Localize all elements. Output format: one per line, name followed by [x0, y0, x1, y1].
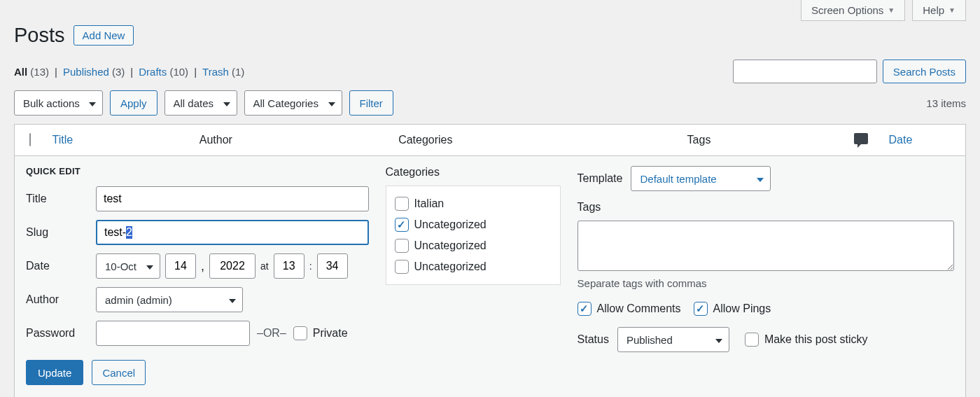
month-select[interactable]: 10-Oct — [96, 253, 160, 279]
column-categories: Categories — [391, 125, 680, 156]
password-label: Password — [26, 327, 96, 340]
author-label: Author — [26, 293, 96, 306]
private-label: Private — [313, 327, 348, 340]
sticky-checkbox[interactable] — [745, 333, 759, 347]
screen-options-label: Screen Options — [811, 4, 883, 16]
status-drafts[interactable]: Drafts (10) — [139, 66, 188, 78]
tags-hint: Separate tags with commas — [578, 277, 954, 289]
chevron-down-icon: ▼ — [888, 6, 895, 14]
categories-label: Categories — [386, 166, 561, 179]
select-all-checkbox[interactable] — [29, 133, 31, 146]
title-input[interactable] — [96, 186, 369, 211]
page-title: Posts — [14, 24, 65, 47]
hour-input[interactable] — [274, 253, 304, 279]
date-label: Date — [26, 260, 96, 272]
help-label: Help — [923, 4, 944, 16]
add-new-button[interactable]: Add New — [74, 25, 134, 46]
apply-button[interactable]: Apply — [110, 90, 158, 116]
status-all[interactable]: All (13) — [14, 66, 49, 78]
tags-input[interactable] — [578, 221, 954, 271]
title-label: Title — [26, 193, 96, 205]
private-checkbox[interactable] — [293, 326, 307, 340]
category-item: Italian — [395, 193, 552, 214]
quick-edit-legend: QUICK EDIT — [26, 166, 369, 176]
allow-comments-checkbox[interactable] — [578, 302, 592, 316]
allow-pings-checkbox[interactable] — [694, 302, 708, 316]
tags-label: Tags — [578, 201, 954, 214]
category-checkbox[interactable] — [395, 197, 409, 211]
column-title[interactable]: Title — [46, 125, 192, 156]
bulk-actions-select[interactable]: Bulk actions — [14, 90, 103, 116]
categories-box: Italian Uncategorized Uncategorized — [386, 186, 561, 285]
template-select[interactable]: Default template — [631, 166, 771, 191]
category-checkbox[interactable] — [395, 218, 409, 232]
column-author: Author — [192, 125, 391, 156]
category-item: Uncategorized — [395, 235, 552, 256]
password-input[interactable] — [96, 321, 250, 346]
help-button[interactable]: Help ▼ — [912, 0, 966, 21]
filter-button[interactable]: Filter — [349, 90, 393, 116]
category-filter-select[interactable]: All Categories — [244, 90, 342, 116]
search-button[interactable]: Search Posts — [883, 60, 966, 83]
author-select[interactable]: admin (admin) — [96, 287, 243, 312]
search-input[interactable] — [733, 60, 877, 83]
day-input[interactable] — [165, 253, 196, 279]
category-item: Uncategorized — [395, 256, 552, 277]
status-published[interactable]: Published (3) — [63, 66, 125, 78]
status-label: Status — [578, 333, 609, 346]
category-checkbox[interactable] — [395, 260, 409, 274]
slug-input[interactable] — [96, 220, 369, 245]
template-label: Template — [578, 172, 623, 185]
update-button[interactable]: Update — [26, 360, 83, 385]
category-checkbox[interactable] — [395, 239, 409, 253]
year-input[interactable] — [209, 253, 255, 279]
category-item: Uncategorized — [395, 214, 552, 235]
minute-input[interactable] — [317, 253, 348, 279]
slug-label: Slug — [26, 226, 96, 239]
cancel-button[interactable]: Cancel — [92, 360, 146, 385]
items-count: 13 items — [926, 97, 966, 109]
column-date[interactable]: Date — [882, 125, 966, 156]
column-tags: Tags — [680, 125, 840, 156]
status-select[interactable]: Published — [617, 327, 729, 352]
status-trash[interactable]: Trash (1) — [202, 66, 244, 78]
screen-options-button[interactable]: Screen Options ▼ — [801, 0, 905, 21]
chevron-down-icon: ▼ — [948, 6, 955, 14]
comment-icon[interactable] — [854, 133, 868, 144]
date-filter-select[interactable]: All dates — [164, 90, 237, 116]
